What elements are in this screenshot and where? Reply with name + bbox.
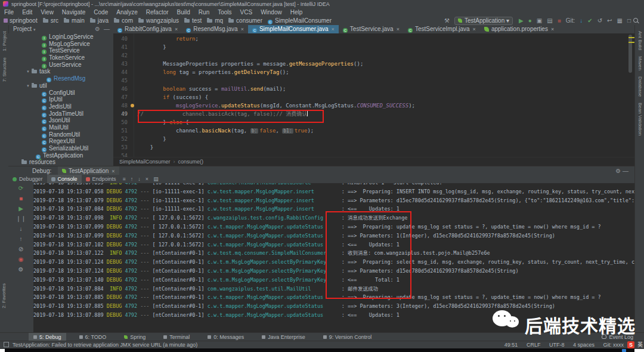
stripe-button-AntBuild[interactable]: Ant Build (637, 31, 643, 50)
scroll-up-icon[interactable]: ↑ (131, 175, 134, 183)
toolwindow-button-terminal[interactable]: Terminal (159, 333, 194, 341)
diff-icon[interactable]: ▦ (617, 16, 623, 25)
breadcrumb-class[interactable]: SimpleMailConsumer (119, 159, 171, 165)
tab-RabbitConfig.java[interactable]: CRabbitConfig.java× (113, 25, 182, 33)
gear-icon[interactable]: ⚙ — (615, 166, 628, 175)
close-icon[interactable]: × (332, 26, 335, 32)
tree-item-task[interactable]: ▼task (8, 68, 113, 75)
gutter-marker-icon[interactable] (131, 104, 134, 107)
close-icon[interactable]: × (175, 26, 178, 32)
stripe-button-Structure[interactable]: 7: Structure (2, 57, 7, 82)
git-commit-icon[interactable]: ✔ (587, 16, 592, 25)
project-tree[interactable]: ILoginLogServiceIMsgLogServiceITestServi… (8, 33, 114, 166)
tree-item-LoginLogService[interactable]: ILoginLogService (8, 33, 113, 41)
toolwindow-button-todo[interactable]: 6: TODO (75, 333, 112, 341)
debug-tab-debugger[interactable]: Debugger (8, 175, 47, 183)
tree-item-MailUtil[interactable]: CMailUtil (8, 124, 113, 131)
tree-item-UserService[interactable]: IUserService (8, 61, 113, 69)
tree-item-TokenService[interactable]: ITokenService (8, 54, 113, 61)
nav-crumb-mq[interactable]: mq (207, 16, 223, 25)
nav-crumb-com[interactable]: com (114, 16, 133, 25)
close-icon[interactable]: × (551, 26, 554, 32)
nav-crumb-springboot[interactable]: springboot (4, 16, 38, 25)
nav-crumb-wangzaiplus[interactable]: wangzaiplus (138, 16, 179, 25)
stripe-button-Project[interactable]: 1: Project (2, 31, 7, 51)
tree-item-TestService[interactable]: ITestService (8, 47, 113, 54)
debug-session-tab[interactable]: TestApplication× (58, 166, 119, 175)
tree-item-IpUtil[interactable]: CIpUtil (8, 96, 113, 103)
tab-TestServiceImpl.java[interactable]: CTestServiceImpl.java× (404, 25, 480, 33)
tree-item-util[interactable]: ▼util (8, 82, 113, 89)
toolwindow-button-javaee[interactable]: Java Enterprise (257, 333, 310, 341)
step-down-icon[interactable]: ↓ (8, 224, 33, 234)
stripe-button-Database[interactable]: Database (637, 76, 643, 97)
tree-expand-icon[interactable]: ▼ (26, 84, 30, 88)
stripe-button-favorites[interactable]: 2: Favorites (1, 283, 7, 308)
stripe-button-BeanValidation[interactable]: Bean Validation (637, 103, 643, 135)
close-icon[interactable]: × (397, 26, 400, 32)
toolwindow-button-vcs[interactable]: 9: Version Control (318, 333, 377, 341)
stop-icon[interactable]: ■ (8, 193, 33, 203)
menu-edit[interactable]: Edit (18, 8, 36, 16)
stripe-button-Maven[interactable]: Maven (637, 56, 643, 70)
tree-item-JsonUtil[interactable]: CJsonUtil (8, 117, 113, 124)
chevron-down-icon[interactable]: ▾ (33, 27, 36, 32)
clear-icon[interactable]: × (145, 175, 148, 183)
menu-analyze[interactable]: Analyze (112, 8, 142, 16)
layout-icon[interactable]: □ (627, 16, 631, 25)
tab-ResendMsg.java[interactable]: CResendMsg.java× (182, 25, 248, 33)
tab-application.properties[interactable]: application.properties× (480, 25, 558, 33)
code-editor[interactable]: 40 return;41 }4243 MessageProperties pro… (113, 33, 634, 166)
toolwindow-button-messages[interactable]: 0: Messages (203, 333, 249, 341)
debug-tab-endpoints[interactable]: Endpoints (82, 175, 120, 183)
git-branch[interactable]: Git: xxxx (603, 342, 624, 348)
tree-item-TestApplication[interactable]: CTestApplication (8, 152, 113, 159)
run-icon[interactable]: ▶ (519, 16, 524, 25)
coverage-icon[interactable]: ▣ (537, 16, 542, 25)
sogou-input-icon[interactable]: S (627, 341, 634, 348)
git-update-icon[interactable]: ↓ (580, 16, 583, 25)
hide-panel-icon[interactable]: — (104, 25, 110, 33)
tree-item-MsgLogService[interactable]: IMsgLogService (8, 41, 113, 48)
tree-expand-icon[interactable]: ▼ (26, 70, 30, 73)
menu-code[interactable]: Code (89, 8, 112, 16)
toolwindow-button-debug[interactable]: 5: Debug (29, 333, 66, 341)
menu-view[interactable]: View (36, 8, 58, 16)
gear-icon[interactable]: ⚙ (95, 25, 100, 33)
code-lines[interactable]: 40 return;41 }4243 MessageProperties pro… (113, 35, 625, 160)
nav-crumb-src[interactable]: src (43, 16, 58, 25)
mute-breakpoints-icon[interactable]: ⊘ (8, 244, 33, 254)
tree-item-SerializableUtil[interactable]: CSerializableUtil (8, 145, 113, 152)
resume-icon[interactable]: ▶ (8, 203, 33, 214)
tree-item-ConfigUtil[interactable]: CConfigUtil (8, 89, 113, 97)
debug-icon[interactable]: ● (528, 16, 532, 25)
taskbar-app-icon[interactable] (622, 349, 626, 352)
menu-file[interactable]: File (0, 8, 18, 16)
view-breakpoints-icon[interactable]: ◉ (8, 254, 33, 264)
search-everywhere-icon[interactable] (633, 18, 638, 23)
nav-crumb-consumer[interactable]: consumer (228, 16, 262, 25)
stop-icon[interactable]: ■ (558, 16, 561, 25)
close-icon[interactable]: × (112, 168, 114, 174)
step-up-icon[interactable]: ↑ (8, 234, 33, 244)
profiler-icon[interactable]: ▤ (547, 16, 552, 25)
run-configuration-select[interactable]: TestApplication ▾ (454, 17, 513, 25)
tree-item-JodaTimeUtil[interactable]: CJodaTimeUtil (8, 110, 113, 118)
rerun-icon[interactable]: ⟳ (8, 183, 33, 193)
debug-tab-console[interactable]: Console (47, 175, 82, 183)
nav-crumb-SimpleMailConsumer[interactable]: CSimpleMailConsumer (268, 16, 332, 25)
pause-icon[interactable]: ❘❘ (8, 214, 33, 224)
breadcrumb-member[interactable]: consume() (178, 159, 204, 165)
editor-scrollbar[interactable] (628, 35, 632, 73)
indent-setting[interactable]: 4 spaces (573, 342, 595, 348)
nav-crumb-main[interactable]: main (64, 16, 85, 25)
editor-breadcrumb[interactable]: SimpleMailConsumer›consume() (113, 157, 634, 166)
settings-icon[interactable]: ⚙ (8, 264, 33, 274)
soft-wrap-icon[interactable]: ≡ (123, 175, 126, 183)
tab-TestService.java[interactable]: CTestService.java× (339, 25, 404, 33)
toolwindow-button-spring[interactable]: Spring (119, 333, 150, 341)
menu-help[interactable]: Help (286, 8, 307, 16)
print-icon[interactable]: ▤ (153, 175, 159, 183)
tree-item-ResendMsg[interactable]: CResendMsg (8, 75, 113, 82)
scroll-down-icon[interactable]: ↓ (138, 175, 141, 183)
